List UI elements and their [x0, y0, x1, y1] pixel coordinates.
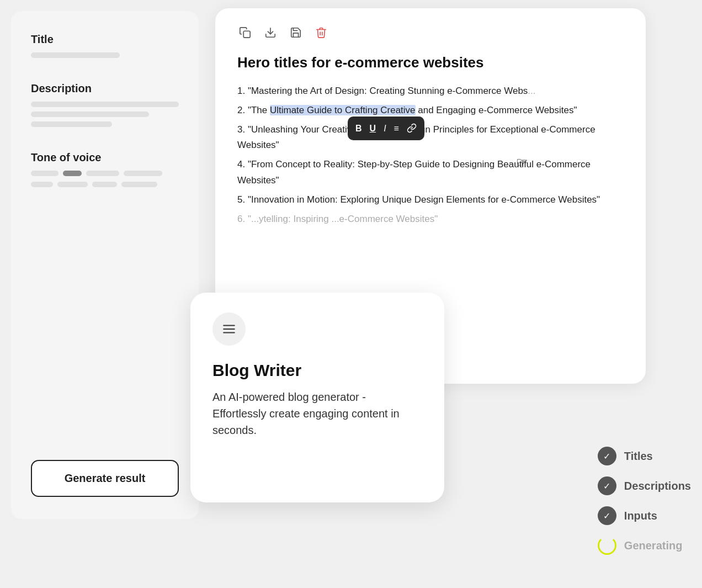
generating-status-icon: [598, 536, 616, 555]
highlighted-text: Ultimate Guide to Crafting Creative: [270, 105, 416, 115]
content-item-4: 4. "From Concept to Reality: Step-by-Ste…: [237, 157, 624, 189]
format-toolbar: B U I ≡: [348, 116, 424, 140]
content-body: B U I ≡ 1. "Mastering the Art of Design:…: [237, 83, 624, 227]
content-item-1: 1. "Mastering the Art of Design: Creatin…: [237, 83, 624, 99]
tone-pill-4: [124, 171, 162, 176]
tone-pill-6: [57, 182, 88, 187]
desc-skeleton-1: [31, 102, 179, 107]
description-field-section: Description: [31, 82, 179, 131]
download-icon[interactable]: [263, 25, 278, 40]
underline-button[interactable]: U: [370, 121, 376, 136]
blog-card-icon: [212, 312, 246, 346]
content-toolbar: [237, 25, 624, 40]
status-item-titles: ✓ Titles: [598, 447, 691, 465]
link-button[interactable]: [407, 123, 417, 133]
content-item-6: 6. "...ytelling: Inspiring ...e-Commerce…: [237, 211, 624, 227]
titles-status-label: Titles: [624, 450, 653, 463]
save-icon[interactable]: [288, 25, 304, 40]
bold-button[interactable]: B: [355, 121, 362, 136]
tone-pill-5: [31, 182, 53, 187]
status-panel: ✓ Titles ✓ Descriptions ✓ Inputs Generat…: [598, 447, 691, 555]
descriptions-status-label: Descriptions: [624, 480, 691, 492]
titles-status-icon: ✓: [598, 447, 616, 465]
tone-pill-7: [92, 182, 117, 187]
delete-icon[interactable]: [313, 25, 329, 40]
content-item-5: 5. "Innovation in Motion: Exploring Uniq…: [237, 192, 624, 208]
content-heading: Hero titles for e-commerce websites: [237, 54, 624, 72]
align-button[interactable]: ≡: [394, 121, 399, 136]
content-item-3: 3. "Unleashing Your Creative Potential: …: [237, 122, 624, 154]
blog-card-title: Blog Writer: [212, 361, 422, 380]
status-item-inputs: ✓ Inputs: [598, 506, 691, 525]
copy-icon[interactable]: [237, 25, 253, 40]
status-item-generating: Generating: [598, 536, 691, 555]
blog-writer-card: Blog Writer An AI-powered blog generator…: [190, 293, 444, 502]
blog-card-description: An AI-powered blog generator - Effortles…: [212, 389, 422, 438]
left-panel: Title Description Tone of voice Generate…: [11, 11, 199, 519]
tone-label: Tone of voice: [31, 151, 179, 164]
title-label: Title: [31, 33, 179, 46]
tone-row-1: [31, 171, 179, 176]
tone-pill-8: [121, 182, 157, 187]
description-label: Description: [31, 82, 179, 95]
status-item-descriptions: ✓ Descriptions: [598, 476, 691, 495]
inputs-status-label: Inputs: [624, 510, 657, 522]
desc-skeleton-2: [31, 112, 149, 117]
tone-pill-1: [31, 171, 59, 176]
generate-button[interactable]: Generate result: [31, 460, 179, 497]
content-item-2: 2. "The Ultimate Guide to Crafting Creat…: [237, 103, 624, 119]
tone-pill-3: [86, 171, 119, 176]
title-skeleton: [31, 52, 120, 58]
descriptions-status-icon: ✓: [598, 476, 616, 495]
desc-skeleton-3: [31, 121, 112, 127]
svg-rect-0: [243, 31, 250, 38]
tone-row-2: [31, 182, 179, 187]
tone-pill-active: [63, 171, 82, 176]
tone-field-section: Tone of voice: [31, 151, 179, 193]
generating-status-label: Generating: [624, 539, 683, 552]
italic-button[interactable]: I: [384, 121, 386, 136]
inputs-status-icon: ✓: [598, 506, 616, 525]
title-field-section: Title: [31, 33, 179, 62]
